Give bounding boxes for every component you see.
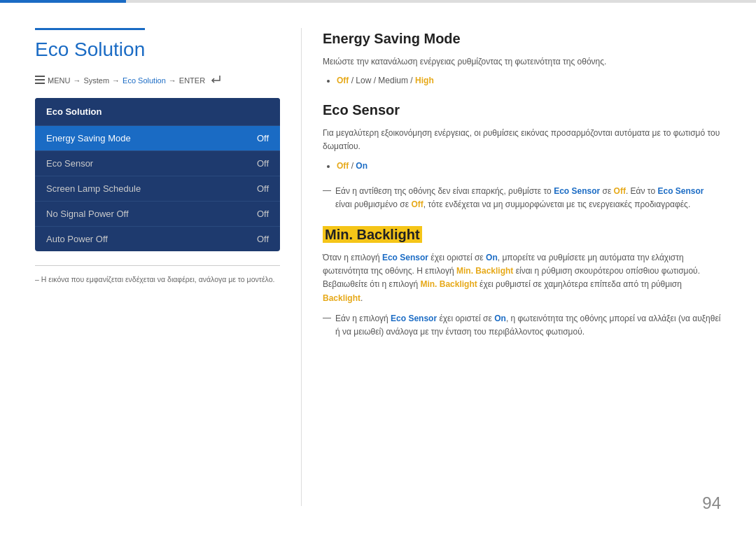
- menu-item-energy-saving-value: Off: [257, 133, 269, 143]
- breadcrumb-arrow2: →: [112, 76, 120, 85]
- enter-icon: [210, 75, 221, 85]
- inline-off2: Off: [411, 199, 423, 209]
- menu-item-screen-lamp-label: Screen Lamp Schedule: [46, 183, 141, 194]
- note-dash: ―: [323, 185, 331, 195]
- eco-solution-menu-panel: Eco Solution Energy Saving Mode Off Eco …: [35, 98, 280, 251]
- energy-saving-desc: Μειώστε την κατανάλωση ενέργειας ρυθμίζο…: [323, 55, 721, 69]
- right-column: Energy Saving Mode Μειώστε την κατανάλωσ…: [301, 28, 721, 506]
- top-decorative-line: [0, 0, 756, 3]
- inline-eco-sensor: Eco Sensor: [554, 186, 600, 196]
- menu-item-energy-saving[interactable]: Energy Saving Mode Off: [35, 125, 280, 150]
- svg-rect-2: [35, 83, 45, 84]
- breadcrumb-enter: ENTER: [179, 76, 205, 85]
- menu-item-auto-power-label: Auto Power Off: [46, 234, 108, 244]
- energy-saving-options: Off / Low / Medium / High: [337, 76, 721, 85]
- menu-item-eco-sensor-value: Off: [257, 158, 269, 169]
- menu-panel-header: Eco Solution: [35, 98, 280, 125]
- inline-off1: Off: [614, 186, 626, 196]
- note-dash2: ―: [323, 313, 331, 323]
- menu-item-screen-lamp-value: Off: [257, 183, 269, 194]
- svg-rect-0: [35, 76, 45, 77]
- min-backlight-note: ― Εάν η επιλογή Eco Sensor έχει οριστεί …: [323, 312, 721, 339]
- eco-sensor-options: Off / On: [337, 161, 721, 171]
- breadcrumb-arrow1: →: [73, 76, 80, 85]
- svg-rect-1: [35, 79, 45, 80]
- min-backlight-desc1: Όταν η επιλογή Eco Sensor έχει οριστεί σ…: [323, 251, 721, 305]
- breadcrumb-menu: MENU: [48, 76, 70, 85]
- eco-sensor-section: Eco Sensor Για μεγαλύτερη εξοικονόμηση ε…: [323, 99, 721, 211]
- inline-eco1: Eco Sensor: [382, 253, 428, 262]
- min-backlight-title: Min. Backlight: [323, 226, 422, 243]
- eco-sensor-off: Off: [337, 161, 349, 171]
- menu-item-auto-power-value: Off: [257, 234, 269, 244]
- page-title: Eco Solution: [35, 28, 145, 61]
- menu-item-eco-sensor[interactable]: Eco Sensor Off: [35, 150, 280, 176]
- inline-eco2: Eco Sensor: [391, 314, 437, 323]
- option-separator1: / Low / Medium /: [351, 76, 415, 85]
- energy-saving-section: Energy Saving Mode Μειώστε την κατανάλωσ…: [323, 28, 721, 85]
- menu-item-no-signal[interactable]: No Signal Power Off Off: [35, 201, 280, 226]
- inline-min-backlight1: Min. Backlight: [456, 266, 513, 276]
- menu-item-energy-saving-label: Energy Saving Mode: [46, 133, 131, 143]
- eco-sensor-note-text: Εάν η αντίθεση της οθόνης δεν είναι επαρ…: [335, 185, 721, 211]
- min-backlight-note-text: Εάν η επιλογή Eco Sensor έχει οριστεί σε…: [335, 312, 721, 339]
- inline-backlight: Backlight: [323, 293, 360, 303]
- inline-on2: On: [494, 314, 506, 323]
- breadcrumb-system: System: [83, 76, 109, 85]
- inline-eco-sensor2: Eco Sensor: [657, 186, 704, 196]
- energy-saving-title: Energy Saving Mode: [323, 28, 721, 47]
- menu-item-no-signal-label: No Signal Power Off: [46, 209, 129, 219]
- min-backlight-section: Min. Backlight Όταν η επιλογή Eco Sensor…: [323, 224, 721, 339]
- menu-item-no-signal-value: Off: [257, 209, 269, 219]
- menu-icon: [35, 76, 45, 85]
- min-backlight-title-wrapper: Min. Backlight: [323, 224, 721, 243]
- menu-item-screen-lamp[interactable]: Screen Lamp Schedule Off: [35, 176, 280, 201]
- menu-item-eco-sensor-label: Eco Sensor: [46, 158, 93, 169]
- eco-sensor-note: ― Εάν η αντίθεση της οθόνης δεν είναι επ…: [323, 185, 721, 211]
- menu-item-auto-power[interactable]: Auto Power Off Off: [35, 226, 280, 251]
- inline-on1: On: [486, 253, 498, 262]
- footnote: – Η εικόνα που εμφανίζεται ενδέχεται να …: [35, 265, 280, 286]
- breadcrumb-eco-solution: Eco Solution: [122, 76, 166, 85]
- option-high: High: [415, 76, 434, 85]
- option-off: Off: [337, 76, 349, 85]
- energy-saving-option-item: Off / Low / Medium / High: [337, 76, 721, 85]
- breadcrumb: MENU → System → Eco Solution → ENTER: [35, 75, 280, 85]
- eco-sensor-desc: Για μεγαλύτερη εξοικονόμηση ενέργειας, ο…: [323, 127, 721, 153]
- eco-sensor-on: On: [356, 161, 368, 171]
- eco-sensor-option-item: Off / On: [337, 161, 721, 171]
- page-number: 94: [702, 493, 721, 513]
- breadcrumb-arrow3: →: [169, 76, 176, 85]
- top-accent-line: [0, 0, 126, 3]
- inline-min-backlight2: Min. Backlight: [420, 279, 477, 289]
- eco-sensor-title: Eco Sensor: [323, 99, 721, 118]
- left-column: Eco Solution MENU → System → Eco Solutio…: [35, 28, 301, 506]
